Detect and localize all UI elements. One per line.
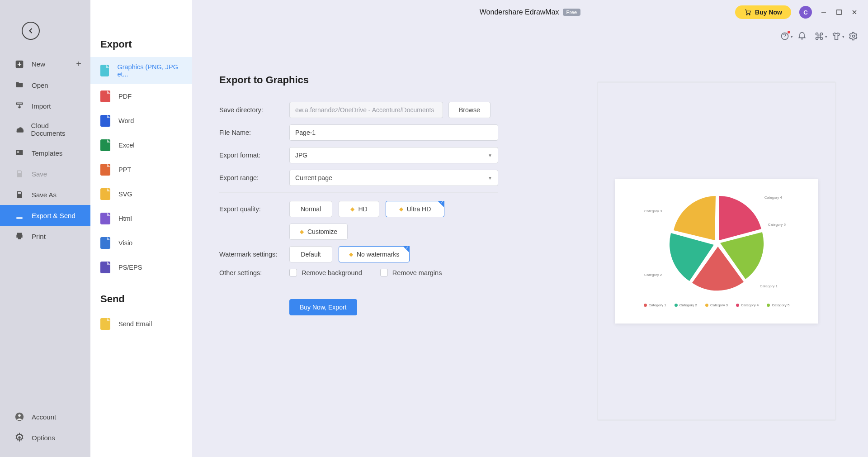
excel-icon — [100, 139, 110, 151]
diamond-icon: ◆ — [350, 206, 354, 212]
chart-preview: Category 4 Category 5 Category 1 Categor… — [615, 179, 818, 324]
browse-button[interactable]: Browse — [448, 102, 491, 118]
nav-open[interactable]: Open — [0, 75, 90, 95]
sub-item-pdf[interactable]: PDF — [90, 84, 192, 109]
sub-item-svg[interactable]: SVG — [90, 182, 192, 206]
slice-label: Category 5 — [768, 223, 786, 227]
nav-open-label: Open — [32, 81, 48, 89]
svg-point-5 — [18, 436, 21, 439]
quality-label: Export quality: — [219, 205, 289, 213]
svg-rect-1 — [16, 150, 23, 155]
check-icon — [403, 246, 410, 253]
gear-icon — [14, 433, 24, 443]
add-icon[interactable]: + — [76, 59, 81, 69]
nav-options-label: Options — [32, 434, 55, 442]
svg-icon — [100, 188, 110, 200]
slice-label: Category 3 — [644, 209, 662, 213]
close-button[interactable] — [851, 9, 858, 16]
svg-point-6 — [746, 14, 747, 15]
nav-print-label: Print — [32, 233, 46, 240]
export-heading: Export — [90, 38, 192, 57]
nav-new-label: New — [32, 60, 45, 68]
watermark-none-button[interactable]: ◆No watermarks — [339, 246, 410, 262]
nav-save-label: Save — [32, 170, 47, 178]
send-heading: Send — [90, 280, 192, 312]
range-select[interactable]: Current page▼ — [289, 170, 498, 186]
word-icon — [100, 115, 110, 127]
secondary-toolbar: ▾ ▾ ▾ — [780, 32, 858, 41]
remove-margins-checkbox[interactable]: Remove margins — [380, 269, 442, 276]
slice-label: Category 4 — [764, 195, 782, 200]
nav-options[interactable]: Options — [0, 427, 90, 448]
file-name-input[interactable] — [289, 124, 498, 141]
remove-bg-checkbox[interactable]: Remove background — [289, 269, 362, 276]
quality-normal-button[interactable]: Normal — [289, 201, 332, 217]
sub-item-graphics[interactable]: Graphics (PNG, JPG et... — [90, 57, 192, 84]
bell-icon[interactable] — [797, 32, 807, 41]
sub-item-visio[interactable]: Visio — [90, 231, 192, 255]
quality-customize-button[interactable]: ◆Customize — [289, 224, 348, 240]
free-badge: Free — [563, 9, 581, 16]
format-select[interactable]: JPG▼ — [289, 147, 498, 163]
buy-now-export-button[interactable]: Buy Now, Export — [289, 299, 357, 315]
range-label: Export range: — [219, 174, 289, 181]
quality-ultrahd-button[interactable]: ◆Ultra HD — [386, 201, 444, 217]
folder-icon — [14, 80, 24, 90]
slice-label: Category 1 — [760, 284, 778, 288]
sub-item-ppt[interactable]: PPT — [90, 157, 192, 182]
nav-account-label: Account — [32, 413, 56, 421]
chart-legend: Category 1 Category 2 Category 3 Categor… — [644, 303, 790, 307]
nav-save-as[interactable]: Save As — [0, 184, 90, 205]
nav-cloud[interactable]: Cloud Documents — [0, 116, 90, 143]
sub-item-send-email[interactable]: Send Email — [90, 312, 192, 336]
nav-import[interactable]: Import — [0, 95, 90, 116]
email-icon — [100, 318, 110, 330]
maximize-button[interactable] — [835, 9, 843, 16]
svg-rect-2 — [17, 152, 19, 153]
back-button[interactable] — [22, 22, 40, 40]
user-avatar[interactable]: C — [799, 6, 812, 19]
nav-account[interactable]: Account — [0, 406, 90, 427]
nav-export-send[interactable]: Export & Send — [0, 205, 90, 226]
chevron-down-icon: ▼ — [488, 153, 492, 158]
import-icon — [14, 101, 24, 111]
graphics-icon — [100, 65, 109, 76]
watermark-label: Watermark settings: — [219, 251, 289, 258]
command-icon[interactable]: ▾ — [815, 32, 824, 41]
other-label: Other settings: — [219, 269, 289, 276]
save-dir-input — [289, 102, 443, 118]
export-icon — [14, 210, 24, 220]
chevron-down-icon: ▼ — [488, 176, 492, 181]
sub-item-excel[interactable]: Excel — [90, 133, 192, 157]
diamond-icon: ◆ — [300, 228, 304, 235]
pie-chart: Category 4 Category 5 Category 1 Categor… — [665, 191, 769, 295]
checkbox-icon — [289, 269, 297, 276]
save-icon — [14, 169, 24, 179]
nav-print[interactable]: Print — [0, 226, 90, 247]
quality-hd-button[interactable]: ◆HD — [339, 201, 379, 217]
save-dir-label: Save directory: — [219, 106, 289, 114]
watermark-default-button[interactable]: Default — [289, 246, 332, 262]
nav-new[interactable]: New + — [0, 53, 90, 75]
sub-item-html[interactable]: Html — [90, 206, 192, 231]
checkbox-icon — [380, 269, 388, 276]
minimize-button[interactable] — [820, 9, 827, 16]
title-bar: Wondershare EdrawMax Free Buy Now C — [192, 0, 868, 24]
buy-now-button[interactable]: Buy Now — [735, 5, 791, 19]
slice-label: Category 2 — [644, 273, 662, 277]
svg-point-4 — [18, 414, 21, 417]
svg-point-7 — [749, 14, 750, 15]
sub-item-word[interactable]: Word — [90, 109, 192, 133]
settings-icon[interactable] — [849, 32, 858, 41]
cart-icon — [744, 9, 751, 16]
ppt-icon — [100, 164, 110, 176]
help-icon[interactable]: ▾ — [780, 32, 789, 41]
shirt-icon[interactable]: ▾ — [832, 32, 841, 41]
nav-export-label: Export & Send — [32, 212, 75, 219]
ps-icon — [100, 262, 110, 273]
visio-icon — [100, 237, 110, 249]
sub-item-pseps[interactable]: PS/EPS — [90, 255, 192, 280]
main-area: Wondershare EdrawMax Free Buy Now C ▾ ▾ … — [192, 0, 868, 457]
nav-templates[interactable]: Templates — [0, 143, 90, 163]
check-icon — [438, 201, 444, 208]
